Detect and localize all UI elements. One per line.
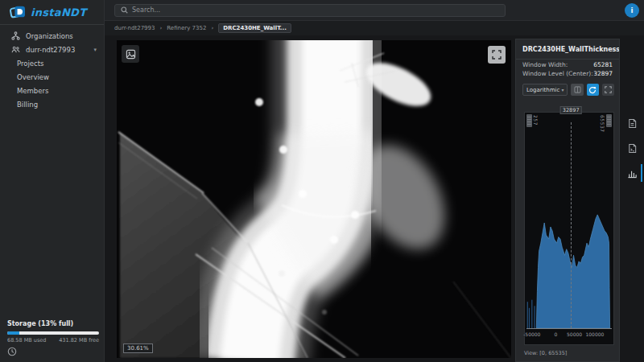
metadata-icon[interactable] [625,141,639,155]
active-tab-indicator [641,164,642,182]
sidebar-item-label: Organizations [26,32,73,40]
scale-mode-value: Logarithmic [526,87,559,93]
x-tick: 50000 [567,331,582,337]
divider [0,24,104,25]
search-icon [121,6,128,14]
reset-icon [588,86,597,94]
sidebar-item-label: durr-ndt27993 [26,46,75,54]
sidebar: instaNDT Organizations durr-ndt27993 ▾ P… [0,0,105,362]
breadcrumb-project[interactable]: Refinery 7352 [167,25,206,31]
sidebar-item-overview[interactable]: Overview [0,70,104,84]
adjust-window-button[interactable] [571,84,583,96]
team-icon [11,45,20,54]
window-level-value: 32897 [593,70,613,77]
report-icon[interactable] [625,116,639,130]
window-level-label: Window Level (Center): [522,70,593,77]
topbar [105,0,644,21]
x-tick: 100000 [585,331,604,337]
sidebar-item-organizations[interactable]: Organizations [0,29,104,43]
storage-progress-bar [7,331,99,335]
chevron-down-icon[interactable]: ▾ [93,47,97,53]
sidebar-item-billing[interactable]: Billing [0,97,104,111]
storage-title: Storage (13% full) [7,320,99,327]
caret-down-icon: ▾ [561,87,564,93]
logo-icon [10,5,26,19]
zoom-level-badge: 30.61% [123,343,153,353]
histogram-icon[interactable] [625,166,639,180]
sidebar-item-label: Billing [17,101,38,109]
sidebar-item-label: Projects [17,60,44,68]
breadcrumb-separator: › [159,25,162,31]
breadcrumb-current-image[interactable]: DRC2430HE_WallT... [218,23,291,33]
window-min-label: 257 [533,115,539,125]
histogram-panel[interactable]: 257 65537 32897 -50000 0 50000 100000 [524,112,614,345]
window-level-marker-line[interactable] [571,122,572,328]
app-name: instaNDT [31,6,86,19]
app-logo: instaNDT [0,0,104,24]
search-box[interactable] [114,4,506,17]
breadcrumb-organization[interactable]: durr-ndt27993 [114,25,155,31]
search-input[interactable] [132,6,499,14]
xray-viewer[interactable]: 30.61% [117,40,511,358]
storage-progress-fill [7,331,19,335]
storage-free: 431.82 MB free [59,337,99,343]
sidebar-item-members[interactable]: Members [0,84,104,97]
image-title: DRC2430HE_WallThickness_WeldSeamT... [516,39,619,60]
sidebar-nav: Organizations durr-ndt27993 ▾ Projects O… [0,29,104,111]
history-icon[interactable] [7,347,17,359]
sidebar-item-label: Members [17,87,48,95]
sidebar-item-label: Overview [17,73,49,81]
hierarchy-icon [11,31,20,40]
storage-used: 68.58 MB used [7,337,46,343]
sidebar-item-organization-current[interactable]: durr-ndt27993 ▾ [0,43,104,56]
user-avatar[interactable]: i [625,3,639,18]
window-width-label: Window Width: [522,61,568,68]
reset-window-button[interactable] [587,84,599,96]
expand-icon [605,86,612,93]
right-icon-rail [620,39,644,362]
storage-widget: Storage (13% full) 68.58 MB used 431.82 … [7,320,99,359]
x-tick: -50000 [523,331,540,337]
fullscreen-icon[interactable] [488,46,506,64]
breadcrumb: durr-ndt27993 › Refinery 7352 › DRC2430H… [105,21,644,35]
breadcrumb-separator: › [211,25,213,31]
xray-image [117,40,511,358]
histogram-x-axis [526,328,612,329]
image-inspector-panel: DRC2430HE_WallThickness_WeldSeamT... Win… [515,39,620,362]
x-tick: 0 [555,331,558,337]
fit-range-button[interactable] [602,84,614,96]
window-level-marker-value: 32897 [560,106,582,114]
view-range-label: View: [0, 65535] [524,350,567,356]
scale-mode-select[interactable]: Logarithmic ▾ [522,84,568,96]
adjust-icon [574,86,581,93]
histogram-chart [525,125,613,328]
sidebar-item-projects[interactable]: Projects [0,56,104,70]
window-width-value: 65281 [593,61,613,68]
image-thumbnail-icon[interactable] [122,45,139,63]
